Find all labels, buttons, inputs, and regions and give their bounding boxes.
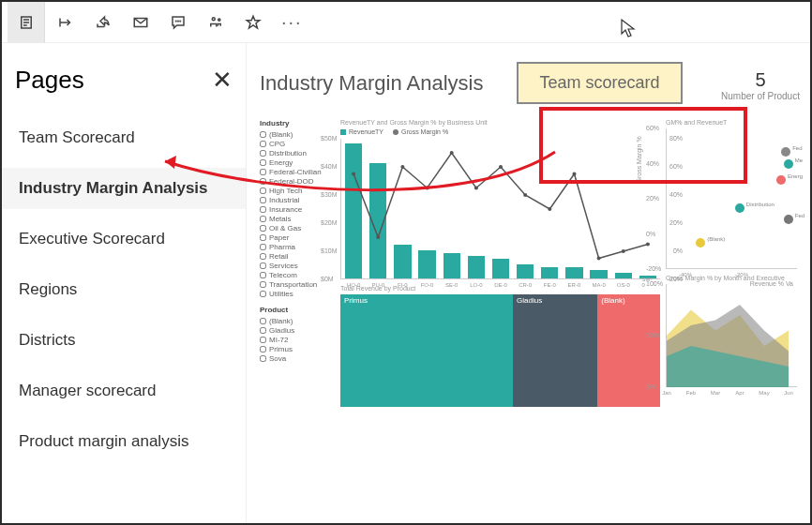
filter-checkbox[interactable] bbox=[260, 337, 266, 343]
filter-item[interactable]: MI-72 bbox=[260, 336, 335, 344]
svg-point-21 bbox=[548, 207, 551, 211]
share-button[interactable] bbox=[86, 6, 120, 39]
team-scorecard-button[interactable]: Team scorecard bbox=[517, 62, 682, 104]
filter-checkbox[interactable] bbox=[260, 281, 266, 288]
combo-legend: RevenueTY Gross Margin % bbox=[340, 128, 660, 135]
teams-button[interactable] bbox=[199, 6, 233, 39]
kpi-value: 5 bbox=[718, 69, 803, 91]
filter-checkbox[interactable] bbox=[260, 318, 266, 324]
nav-item[interactable]: Executive Scorecard bbox=[15, 218, 233, 260]
export-button[interactable] bbox=[49, 6, 83, 39]
filter-checkbox[interactable] bbox=[260, 291, 266, 297]
treemap-cell[interactable]: (Blank) bbox=[597, 294, 660, 407]
filter-checkbox[interactable] bbox=[260, 169, 266, 175]
svg-point-17 bbox=[450, 151, 454, 155]
close-icon[interactable]: ✕ bbox=[212, 66, 233, 95]
filter-checkbox[interactable] bbox=[260, 262, 266, 269]
filter-item[interactable]: Sova bbox=[260, 354, 335, 363]
svg-point-16 bbox=[426, 187, 429, 190]
filter-item[interactable]: Services bbox=[260, 262, 335, 270]
filter-checkbox[interactable] bbox=[260, 216, 266, 222]
filter-checkbox[interactable] bbox=[260, 327, 266, 334]
filter-checkbox[interactable] bbox=[260, 253, 266, 260]
pages-panel: Pages ✕ Team ScorecardIndustry Margin An… bbox=[2, 43, 247, 523]
more-options-button[interactable]: ··· bbox=[274, 11, 310, 33]
filter-checkbox[interactable] bbox=[260, 197, 266, 203]
combo-chart[interactable]: $50M$40M$30M$20M$10M$0M80%60%40%20%0%-20… bbox=[340, 139, 660, 279]
svg-point-22 bbox=[572, 172, 576, 176]
svg-point-23 bbox=[597, 257, 601, 261]
filter-item[interactable]: Federal-DOD bbox=[260, 177, 335, 186]
favorite-button[interactable] bbox=[236, 6, 270, 39]
scatter-chart[interactable]: Gross Margin % Revenue % Va 60%40%20%0%-… bbox=[666, 128, 797, 269]
svg-point-20 bbox=[523, 193, 527, 197]
filter-checkbox[interactable] bbox=[260, 188, 266, 194]
svg-point-10 bbox=[212, 17, 215, 20]
nav-item[interactable]: Product margin analysis bbox=[15, 421, 233, 462]
filter-checkbox[interactable] bbox=[260, 206, 266, 213]
report-canvas: Industry Margin Analysis Team scorecard … bbox=[247, 43, 810, 523]
nav-item[interactable]: Regions bbox=[15, 269, 233, 310]
filter-item[interactable]: Utilities bbox=[260, 290, 335, 298]
filter-item[interactable]: (Blank) bbox=[260, 317, 335, 325]
filter-checkbox[interactable] bbox=[260, 244, 266, 250]
report-title: Industry Margin Analysis bbox=[260, 71, 483, 96]
kpi-label: Number of Product bbox=[718, 91, 803, 101]
filter-item[interactable]: Gladius bbox=[260, 326, 335, 335]
filter-item[interactable]: Paper bbox=[260, 233, 335, 242]
svg-point-7 bbox=[175, 21, 176, 22]
comment-button[interactable] bbox=[161, 6, 195, 39]
treemap-chart[interactable]: PrimusGladius(Blank) bbox=[340, 294, 660, 407]
filter-checkbox[interactable] bbox=[260, 234, 266, 241]
product-count-kpi: 5 Number of Product bbox=[718, 69, 803, 101]
svg-point-24 bbox=[622, 249, 625, 253]
filter-checkbox[interactable] bbox=[260, 225, 266, 232]
filter-checkbox[interactable] bbox=[260, 131, 266, 138]
toolbar: ··· bbox=[2, 2, 810, 43]
nav-item[interactable]: Manager scorecard bbox=[15, 370, 233, 412]
email-button[interactable] bbox=[124, 6, 158, 39]
scatter-title: GM% and RevenueT bbox=[666, 119, 797, 126]
filter-item[interactable]: Insurance bbox=[260, 205, 335, 214]
filter-checkbox[interactable] bbox=[260, 346, 266, 352]
svg-marker-12 bbox=[247, 16, 260, 28]
svg-point-14 bbox=[376, 235, 380, 239]
treemap-cell[interactable]: Primus bbox=[340, 294, 513, 407]
svg-point-18 bbox=[474, 187, 478, 190]
combo-chart-title: RevenueTY and Gross Margin % by Business… bbox=[340, 119, 660, 126]
file-menu-button[interactable] bbox=[8, 2, 45, 43]
area-chart[interactable]: 100%50%0%JanFebMarAprMayJun bbox=[666, 284, 797, 387]
filter-item[interactable]: Distribution bbox=[260, 149, 335, 158]
industry-filter-title: Industry bbox=[260, 119, 335, 128]
filter-item[interactable]: Primus bbox=[260, 345, 335, 353]
svg-point-19 bbox=[499, 165, 503, 169]
svg-point-25 bbox=[646, 243, 650, 247]
filter-checkbox[interactable] bbox=[260, 272, 266, 278]
pages-title: Pages bbox=[15, 66, 84, 95]
filter-checkbox[interactable] bbox=[260, 150, 266, 157]
filter-checkbox[interactable] bbox=[260, 141, 266, 147]
svg-point-9 bbox=[180, 21, 181, 22]
nav-list: Team ScorecardIndustry Margin AnalysisEx… bbox=[15, 117, 233, 462]
product-filter-title: Product bbox=[260, 306, 335, 314]
nav-item[interactable]: Districts bbox=[15, 320, 233, 361]
treemap-cell[interactable]: Gladius bbox=[513, 294, 597, 407]
svg-point-13 bbox=[352, 172, 355, 176]
filter-checkbox[interactable] bbox=[260, 159, 266, 166]
svg-point-11 bbox=[218, 18, 220, 20]
filter-checkbox[interactable] bbox=[260, 355, 266, 362]
svg-point-15 bbox=[400, 165, 404, 169]
nav-item[interactable]: Team Scorecard bbox=[15, 117, 233, 158]
svg-point-8 bbox=[178, 21, 179, 22]
filter-checkbox[interactable] bbox=[260, 178, 266, 185]
nav-item[interactable]: Industry Margin Analysis bbox=[2, 168, 246, 209]
